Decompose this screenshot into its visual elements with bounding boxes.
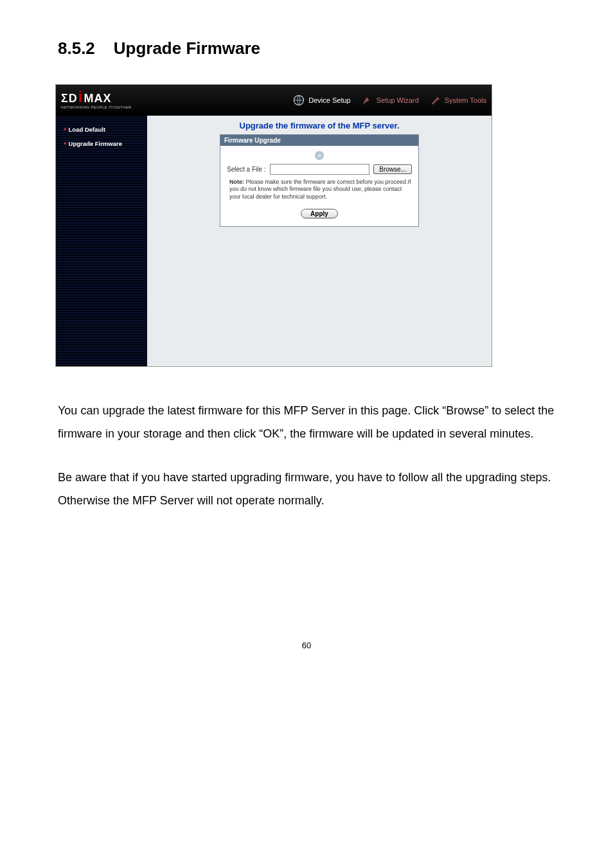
body-paragraph-1: You can upgrade the latest firmware for … bbox=[58, 399, 555, 445]
section-title-text: Upgrade Firmware bbox=[114, 39, 260, 58]
sidebar-item-load-default[interactable]: Load Default bbox=[56, 122, 147, 136]
panel-header: Firmware Upgrade bbox=[220, 135, 418, 146]
page-number: 60 bbox=[58, 641, 555, 650]
note-text: Note: Please make sure the firmware are … bbox=[227, 179, 412, 200]
logo: ΣDiMAX NETWORKING PEOPLE TOGETHER bbox=[61, 92, 132, 109]
tab-label: System Tools bbox=[445, 96, 486, 104]
globe-icon bbox=[292, 93, 306, 107]
firmware-upgrade-panel: Firmware Upgrade ✕ Select a File : Brows… bbox=[220, 134, 419, 227]
top-bar: ΣDiMAX NETWORKING PEOPLE TOGETHER Device… bbox=[56, 85, 492, 116]
logo-text-left: ΣD bbox=[61, 92, 78, 105]
tab-label: Setup Wizard bbox=[377, 96, 419, 104]
wizard-icon bbox=[360, 93, 374, 107]
tab-system-tools[interactable]: System Tools bbox=[428, 93, 486, 107]
note-body: Please make sure the firmware are correc… bbox=[229, 179, 411, 200]
sidebar-item-upgrade-firmware[interactable]: Upgrade Firmware bbox=[56, 136, 147, 150]
section-heading: 8.5.2 Upgrade Firmware bbox=[58, 39, 555, 58]
screenshot-container: ΣDiMAX NETWORKING PEOPLE TOGETHER Device… bbox=[55, 84, 492, 367]
sidebar: Load Default Upgrade Firmware bbox=[56, 116, 147, 366]
info-badge-icon: ✕ bbox=[315, 151, 324, 160]
tools-icon bbox=[428, 93, 442, 107]
logo-subtitle: NETWORKING PEOPLE TOGETHER bbox=[61, 105, 132, 109]
body-paragraph-2: Be aware that if you have started upgrad… bbox=[58, 466, 555, 512]
section-number: 8.5.2 bbox=[58, 39, 95, 58]
select-file-label: Select a File : bbox=[227, 166, 266, 173]
sidebar-item-label: Upgrade Firmware bbox=[69, 140, 122, 147]
pane-title: Upgrade the firmware of the MFP server. bbox=[154, 121, 485, 130]
apply-button[interactable]: Apply bbox=[301, 209, 338, 218]
browse-button[interactable]: Browse... bbox=[373, 164, 412, 174]
content-pane: Upgrade the firmware of the MFP server. … bbox=[147, 116, 492, 366]
tab-label: Device Setup bbox=[308, 96, 350, 104]
file-path-input[interactable] bbox=[270, 164, 370, 175]
note-bold: Note: bbox=[229, 179, 244, 185]
tab-setup-wizard[interactable]: Setup Wizard bbox=[360, 93, 419, 107]
sidebar-item-label: Load Default bbox=[69, 126, 106, 133]
logo-text-right: MAX bbox=[84, 92, 111, 105]
tab-device-setup[interactable]: Device Setup bbox=[292, 93, 350, 107]
